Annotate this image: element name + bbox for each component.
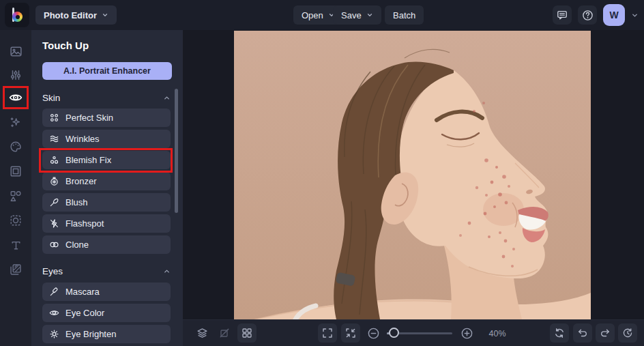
redo-icon bbox=[600, 328, 611, 338]
blush-icon bbox=[49, 197, 59, 207]
tool-item-label: Bronzer bbox=[65, 176, 97, 186]
palette-icon bbox=[10, 141, 22, 153]
tool-item-bronzer[interactable]: Bronzer bbox=[42, 172, 171, 190]
batch-label: Batch bbox=[393, 10, 415, 20]
tool-item-blush[interactable]: Blush bbox=[42, 193, 171, 212]
perfect-skin-icon bbox=[49, 113, 59, 123]
sliders-icon bbox=[10, 69, 22, 81]
panel-scrollbar[interactable] bbox=[175, 89, 178, 213]
batch-button[interactable]: Batch bbox=[385, 5, 424, 25]
tool-item-wrinkles[interactable]: Wrinkles bbox=[42, 130, 171, 148]
touch-up-panel: Touch Up A.I. Portrait Enhancer Skin Per… bbox=[31, 30, 183, 346]
rail-item-effects[interactable] bbox=[8, 114, 24, 130]
canvas-footer-bar: 40% bbox=[183, 319, 644, 346]
wrinkles-icon bbox=[49, 134, 59, 144]
tool-item-label: Mascara bbox=[65, 287, 100, 297]
reset-button[interactable] bbox=[550, 323, 569, 343]
redo-button[interactable] bbox=[596, 323, 615, 343]
tool-item-label: Blush bbox=[65, 197, 88, 207]
zoom-out-button[interactable] bbox=[364, 324, 382, 342]
undo-icon bbox=[577, 328, 588, 338]
edit-disabled-icon bbox=[219, 328, 230, 338]
portrait-photo bbox=[234, 31, 591, 319]
eye-brighten-icon bbox=[49, 329, 59, 339]
tool-item-label: Eye Brighten bbox=[65, 329, 116, 339]
bronzer-icon bbox=[49, 176, 59, 186]
eye-color-icon bbox=[49, 308, 59, 318]
frame-icon bbox=[10, 165, 22, 177]
section-header-skin[interactable]: Skin bbox=[42, 91, 171, 104]
chevron-down-icon bbox=[631, 12, 639, 19]
user-avatar[interactable]: W bbox=[603, 4, 625, 26]
undo-button[interactable] bbox=[573, 323, 592, 343]
image-icon bbox=[10, 45, 23, 58]
rail-item-textures[interactable] bbox=[8, 261, 24, 278]
logo-color-wheel-icon bbox=[12, 12, 23, 22]
tool-item-mascara[interactable]: Mascara bbox=[42, 283, 171, 301]
blemish-fix-icon bbox=[49, 155, 59, 165]
section-header-eyes[interactable]: Eyes bbox=[42, 265, 171, 277]
tool-rail bbox=[0, 30, 31, 346]
rail-item-edit[interactable] bbox=[8, 43, 24, 59]
fit-to-screen-button[interactable] bbox=[341, 323, 360, 343]
image-manager-button[interactable] bbox=[237, 323, 257, 343]
save-dropdown-button[interactable]: Save bbox=[333, 5, 381, 25]
fit-screen-icon bbox=[345, 328, 356, 338]
tool-item-flashspot[interactable]: Flashspot bbox=[42, 214, 171, 233]
account-menu-button[interactable] bbox=[631, 12, 639, 19]
text-icon bbox=[10, 240, 22, 251]
clone-icon bbox=[49, 240, 59, 250]
flashspot-icon bbox=[49, 218, 59, 229]
tool-item-perfect-skin[interactable]: Perfect Skin bbox=[42, 109, 171, 127]
history-button[interactable] bbox=[618, 323, 637, 343]
rail-item-graphics[interactable] bbox=[8, 188, 24, 204]
rail-item-overlays[interactable] bbox=[8, 212, 24, 229]
chevron-up-icon bbox=[163, 94, 171, 102]
mascara-icon bbox=[49, 287, 59, 297]
tool-item-label: Eye Color bbox=[65, 308, 104, 318]
zoom-slider-handle[interactable] bbox=[389, 328, 399, 338]
app-mode-dropdown[interactable]: Photo Editor bbox=[35, 5, 117, 25]
tool-item-clone[interactable]: Clone bbox=[42, 235, 171, 254]
tool-item-eye-color[interactable]: Eye Color bbox=[42, 304, 171, 322]
chevron-up-icon bbox=[163, 268, 171, 275]
feedback-button[interactable] bbox=[553, 5, 572, 25]
top-bar: Photo Editor Open Save Batch bbox=[0, 0, 644, 30]
fullscreen-button[interactable] bbox=[318, 323, 337, 343]
overlay-icon bbox=[10, 214, 22, 227]
layers-icon bbox=[196, 328, 208, 339]
panel-title: Touch Up bbox=[42, 40, 89, 51]
tool-item-blemish-fix[interactable]: Blemish Fix bbox=[42, 151, 171, 169]
rail-item-adjust[interactable] bbox=[8, 67, 24, 83]
layers-button[interactable] bbox=[193, 324, 211, 342]
befunky-logo[interactable] bbox=[5, 3, 29, 27]
rail-item-frames[interactable] bbox=[8, 163, 24, 179]
top-bar-right: W bbox=[553, 0, 639, 30]
tool-item-label: Wrinkles bbox=[65, 134, 100, 144]
ai-portrait-enhancer-button[interactable]: A.I. Portrait Enhancer bbox=[42, 62, 172, 80]
chevron-down-icon bbox=[366, 12, 373, 18]
zoom-in-button[interactable] bbox=[458, 324, 475, 342]
section-label: Eyes bbox=[42, 266, 63, 276]
tool-item-label: Clone bbox=[65, 240, 89, 250]
help-icon bbox=[582, 10, 594, 21]
chat-icon bbox=[557, 10, 568, 20]
fullscreen-icon bbox=[322, 328, 333, 338]
reset-icon bbox=[554, 328, 565, 338]
rail-item-artsy[interactable] bbox=[8, 139, 24, 155]
photo-canvas[interactable] bbox=[234, 31, 591, 319]
avatar-initial: W bbox=[609, 10, 618, 20]
ai-portrait-enhancer-label: A.I. Portrait Enhancer bbox=[63, 66, 151, 76]
tool-item-label: Perfect Skin bbox=[65, 113, 113, 123]
tool-item-eye-brighten[interactable]: Eye Brighten bbox=[42, 325, 171, 343]
rail-item-text[interactable] bbox=[8, 237, 24, 253]
zoom-out-icon bbox=[367, 327, 380, 340]
zoom-percentage: 40% bbox=[482, 329, 513, 338]
help-button[interactable] bbox=[578, 5, 597, 25]
shapes-icon bbox=[10, 190, 22, 202]
textures-icon bbox=[10, 263, 22, 276]
chevron-down-icon bbox=[102, 12, 108, 18]
rail-item-touch-up[interactable] bbox=[8, 89, 24, 106]
grid-icon bbox=[241, 328, 252, 338]
canvas-area bbox=[183, 30, 644, 319]
